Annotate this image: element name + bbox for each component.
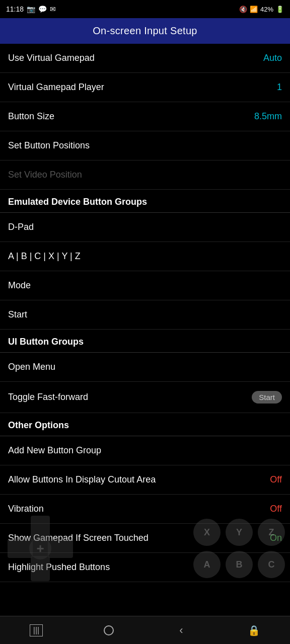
battery-icon: 🔋 (276, 6, 284, 13)
status-bar: 11:18 📷 💬 ✉ 🔇 📶 42% 🔋 (0, 0, 290, 18)
battery-display: 42% (260, 6, 273, 13)
nav-recent-apps[interactable]: ||| (16, 618, 56, 642)
camera-icon: 📷 (27, 5, 35, 13)
toggle-fastforward-label: Toggle Fast-forward (8, 392, 88, 403)
menu-item-button-size[interactable]: Button Size 8.5mm (0, 102, 290, 131)
page-title: On-screen Input Setup (93, 25, 197, 36)
fastforward-badge: Start (252, 391, 282, 404)
menu-item-set-button-positions[interactable]: Set Button Positions (0, 131, 290, 160)
menu-item-toggle-fastforward[interactable]: Toggle Fast-forward Start (0, 382, 290, 413)
use-virtual-gamepad-value: Auto (263, 53, 282, 63)
vibration-label: Vibration (8, 504, 44, 514)
menu-item-allow-buttons-cutout[interactable]: Allow Buttons In Display Cutout Area Off (0, 465, 290, 495)
main-menu-list: Use Virtual Gamepad Auto Virtual Gamepad… (0, 44, 290, 582)
vibration-value: Off (270, 504, 282, 514)
abcxyz-label: A | B | C | X | Y | Z (8, 251, 81, 262)
nav-extra[interactable]: 🔒 (234, 618, 274, 642)
message-icon: 💬 (38, 5, 47, 13)
recent-apps-icon: ||| (30, 624, 43, 636)
show-gamepad-touched-value: On (270, 533, 282, 543)
add-new-button-group-label: Add New Button Group (8, 445, 101, 456)
content-area: Use Virtual Gamepad Auto Virtual Gamepad… (0, 44, 290, 612)
allow-buttons-cutout-value: Off (270, 474, 282, 485)
set-video-position-label: Set Video Position (8, 170, 82, 180)
menu-item-open-menu[interactable]: Open Menu (0, 353, 290, 382)
menu-item-mode[interactable]: Mode (0, 271, 290, 300)
status-bar-right: 🔇 📶 42% 🔋 (239, 6, 284, 13)
highlight-pushed-label: Highlight Pushed Buttons (8, 562, 110, 573)
menu-item-use-virtual-gamepad[interactable]: Use Virtual Gamepad Auto (0, 44, 290, 73)
menu-item-show-gamepad-touched[interactable]: Show Gamepad If Screen Touched On (0, 524, 290, 553)
set-button-positions-label: Set Button Positions (8, 140, 90, 151)
virtual-gamepad-player-value: 1 (277, 82, 282, 93)
mute-icon: 🔇 (239, 6, 247, 13)
dpad-label: D-Pad (8, 222, 34, 232)
status-bar-left: 11:18 📷 💬 ✉ (6, 5, 56, 13)
mode-label: Mode (8, 280, 31, 291)
bottom-nav-bar: ||| ‹ 🔒 (0, 616, 290, 644)
menu-item-add-new-button-group[interactable]: Add New Button Group (0, 436, 290, 465)
menu-item-abcxyz[interactable]: A | B | C | X | Y | Z (0, 242, 290, 271)
menu-item-virtual-gamepad-player[interactable]: Virtual Gamepad Player 1 (0, 73, 290, 102)
nav-home[interactable] (89, 618, 129, 642)
title-bar: On-screen Input Setup (0, 18, 290, 44)
button-size-value: 8.5mm (254, 111, 282, 122)
allow-buttons-cutout-label: Allow Buttons In Display Cutout Area (8, 474, 156, 485)
show-gamepad-touched-label: Show Gamepad If Screen Touched (8, 533, 149, 543)
menu-item-start[interactable]: Start (0, 300, 290, 330)
time-display: 11:18 (6, 5, 24, 13)
menu-item-dpad[interactable]: D-Pad (0, 213, 290, 242)
open-menu-label: Open Menu (8, 362, 55, 372)
back-icon: ‹ (179, 624, 183, 637)
use-virtual-gamepad-label: Use Virtual Gamepad (8, 53, 95, 63)
button-size-label: Button Size (8, 111, 54, 122)
menu-item-set-video-position: Set Video Position (0, 160, 290, 190)
extra-icon: 🔒 (248, 624, 260, 636)
nav-back[interactable]: ‹ (161, 618, 201, 642)
virtual-gamepad-player-label: Virtual Gamepad Player (8, 82, 104, 93)
start-label: Start (8, 309, 27, 320)
section-ui-button-groups: UI Button Groups (0, 330, 290, 353)
signal-icon: 📶 (250, 6, 258, 13)
svg-point-0 (104, 626, 113, 635)
menu-item-highlight-pushed[interactable]: Highlight Pushed Buttons (0, 553, 290, 582)
section-other-options: Other Options (0, 413, 290, 436)
email-icon: ✉ (50, 5, 56, 13)
menu-item-vibration[interactable]: Vibration Off (0, 495, 290, 524)
section-emulated-device: Emulated Device Button Groups (0, 190, 290, 213)
home-icon (103, 624, 115, 636)
